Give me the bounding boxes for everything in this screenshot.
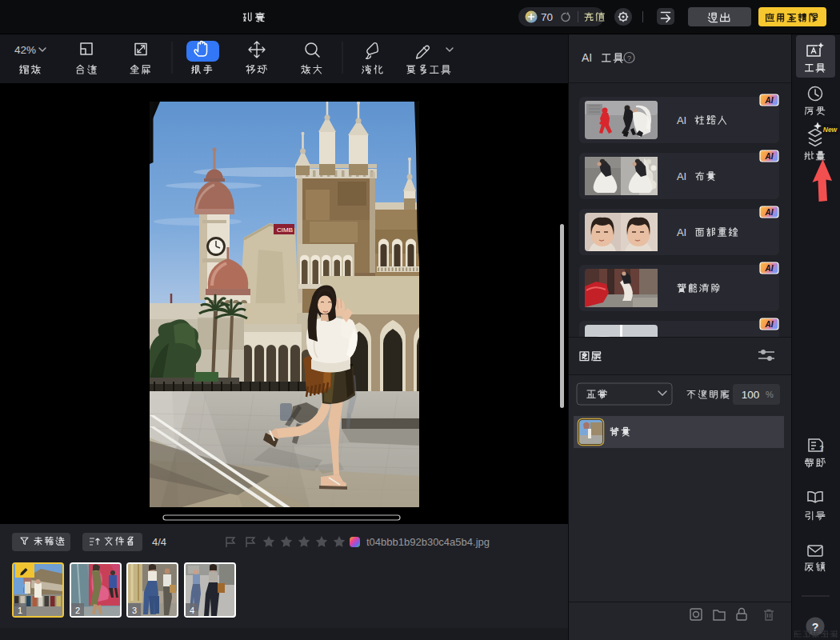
svg-text:3: 3 [132,606,137,615]
svg-text:%: % [766,390,774,399]
svg-text:CIMB: CIMB [277,226,293,234]
svg-text:AI: AI [765,320,774,329]
svg-text:AI: AI [765,264,774,273]
svg-text:I: I [684,170,687,182]
svg-text:t04bbb1b92b30c4a5b4.jpg: t04bbb1b92b30c4a5b4.jpg [366,536,490,548]
svg-text:AI: AI [765,96,774,105]
svg-text:New: New [823,126,838,134]
svg-text:I: I [684,114,687,126]
svg-text:4/4: 4/4 [152,536,166,548]
svg-text:2: 2 [75,606,80,615]
svg-text:100: 100 [742,389,760,401]
svg-text:AI: AI [765,152,774,161]
svg-text:70: 70 [541,11,553,23]
svg-text:4: 4 [190,606,194,615]
svg-text:?: ? [819,444,824,452]
svg-text:42%: 42% [14,44,36,56]
svg-text:I: I [589,51,592,64]
svg-text:I: I [684,226,687,238]
svg-text:AI: AI [765,208,774,217]
svg-text:?: ? [627,54,631,62]
svg-text:1: 1 [18,606,22,615]
